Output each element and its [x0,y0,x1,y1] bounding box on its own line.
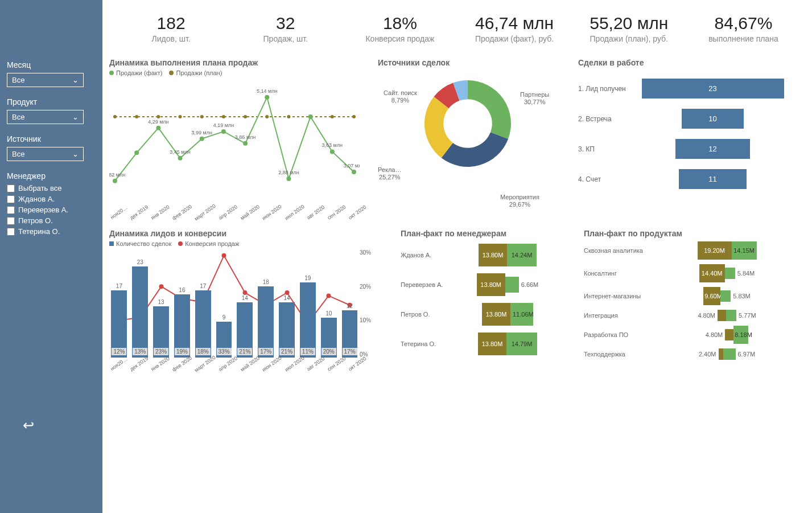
product-row: Техподдержка 2.40M 6.97M [584,348,796,360]
checkbox-label: Тетерина О. [18,227,60,236]
product-row: Сквозная аналитика 19.20M 14.15M [584,241,796,260]
card-plan-dynamics: Динамика выполнения плана продаж Продажи… [102,54,364,217]
row-label: Переверзев А. [401,281,452,288]
bar-column: 2313% [130,259,150,358]
filter-product-select[interactable]: Все ⌄ [7,110,84,124]
svg-point-21 [221,129,226,134]
bar-value: 19 [304,275,311,281]
bar-column: 1323% [151,299,171,358]
legend-plan: Продажи (план) [176,69,222,76]
bar-value: 13 [158,299,164,305]
manager-checkbox[interactable]: Жданов А. [7,195,96,203]
chevron-down-icon: ⌄ [72,150,79,158]
product-row: Интернет-магазины 9.60M 5.83M [584,287,796,305]
checkbox-input[interactable] [7,228,15,236]
kpi-label: Продаж, шт. [228,34,343,43]
card-sources: Источники сделок Сайт. поиск8,79%Партнер… [371,54,564,217]
sidebar: Месяц Все ⌄ Продукт Все ⌄ Источник Все ⌄… [0,0,102,513]
svg-text:4,29 млн: 4,29 млн [148,119,168,125]
svg-text:3,86 млн: 3,86 млн [235,134,255,140]
checkbox-input[interactable] [7,217,15,225]
bar-value: 17 [200,283,206,289]
svg-text:3,63 млн: 3,63 млн [322,142,343,148]
plan-bar: 14.40M [699,264,725,282]
bar: 19% [174,294,190,358]
bar: 33% [216,322,232,358]
filter-product-label: Продукт [7,97,96,106]
bar-column: 1421% [277,295,297,358]
funnel-label: 4. Счет [578,175,629,183]
row-label: Тетерина О. [401,340,452,347]
bar-pct: 21% [279,348,294,355]
manager-row: Переверзев А. 13.80M 6.66M [401,273,563,296]
svg-point-7 [265,115,269,118]
funnel-bar: 11 [679,169,747,189]
svg-point-4 [200,115,204,118]
svg-point-12 [113,179,117,183]
manager-checkbox[interactable]: Тетерина О. [7,227,96,236]
kpi-row: 182Лидов, шт.32Продаж, шт.18%Конверсия п… [102,0,812,54]
row-label: Жданов А. [401,252,452,258]
filter-month-select[interactable]: Все ⌄ [7,73,84,87]
bar-pct: 13% [133,348,147,355]
funnel-row: 1. Лид получен23 [578,79,796,99]
bar-column: 1217% [340,303,360,358]
bar-value: 14 [242,295,248,301]
filter-source-label: Источник [7,134,96,143]
bar-value: 23 [137,259,143,265]
card-by-product: План-факт по продуктам Сквозная аналитик… [577,224,803,369]
bar: 17% [258,286,274,358]
checkbox-label: Жданов А. [18,195,55,203]
y2-tick: 10% [360,317,380,323]
svg-point-17 [178,156,183,161]
svg-point-0 [113,115,117,118]
svg-point-10 [331,115,334,118]
legend-conv: Конверсия продаж [185,240,239,247]
checkbox-label: Переверзев А. [18,206,68,214]
leads-chart: 1712%2313%1323%1619%1718%933%1421%1817%1… [109,249,360,358]
chevron-down-icon: ⌄ [72,113,79,121]
filter-source-select[interactable]: Все ⌄ [7,147,84,161]
bar-value: 18 [263,279,269,285]
bar: 23% [153,306,169,358]
checkbox-input[interactable] [7,195,15,203]
fact-bar [505,277,519,293]
svg-text:4,19 млн: 4,19 млн [213,122,234,128]
product-row: Интеграция 4.80M 5.77M [584,310,796,321]
row-label: Консалтинг [584,270,658,277]
fact-bar: 14.15M [732,241,757,260]
manager-checkbox[interactable]: Петров О. [7,216,96,225]
bar: 18% [195,290,211,358]
card-pipeline: Сделки в работе 1. Лид получен232. Встре… [571,54,803,217]
filter-source: Источник Все ⌄ [7,134,96,161]
bar-pct: 12% [112,348,126,355]
svg-point-36 [159,284,164,289]
svg-point-14 [134,150,139,155]
manager-checkbox[interactable]: Выбрать все [7,184,96,192]
svg-point-19 [200,137,204,141]
back-icon[interactable]: ↩ [23,417,34,433]
svg-text:3,07 млн: 3,07 млн [344,163,360,169]
svg-text:2,88 млн: 2,88 млн [278,170,299,175]
bar: 20% [321,318,337,358]
fact-bar: 14.79M [506,333,537,355]
svg-point-39 [222,253,226,258]
bar-column: 1020% [319,310,339,358]
plan-bar [719,348,723,360]
checkbox-input[interactable] [7,184,15,192]
svg-point-32 [352,170,356,174]
kpi-label: Конверсия продаж [343,34,457,43]
manager-checkbox[interactable]: Переверзев А. [7,206,96,214]
bar-pct: 33% [217,348,232,355]
svg-point-11 [352,115,356,118]
row-label: Интеграция [584,312,658,319]
product-row: Разработка ПО 4.80M 8.18M [584,326,796,344]
card-title: Сделки в работе [578,58,796,67]
svg-point-15 [156,126,160,130]
manager-row: Жданов А. 13.80M 14.24M [401,244,563,266]
funnel-bar: 12 [675,139,749,159]
checkbox-input[interactable] [7,206,15,214]
kpi: 182Лидов, шт. [114,14,228,43]
bar: 17% [342,310,358,358]
filter-manager: Менеджер Выбрать всеЖданов А.Переверзев … [7,171,96,236]
